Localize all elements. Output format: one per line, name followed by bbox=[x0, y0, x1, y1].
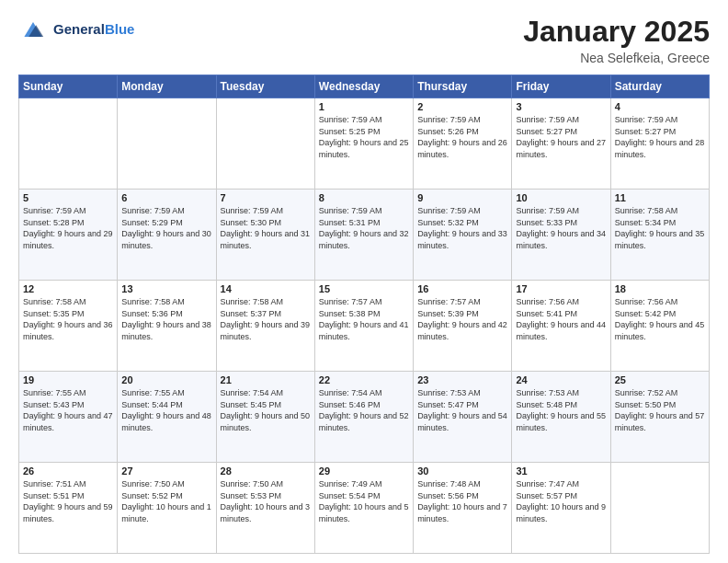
calendar-cell: 26Sunrise: 7:51 AM Sunset: 5:51 PM Dayli… bbox=[19, 463, 118, 554]
col-header-saturday: Saturday bbox=[610, 75, 709, 98]
day-number: 17 bbox=[516, 283, 606, 294]
month-title: January 2025 bbox=[523, 15, 710, 49]
day-detail: Sunrise: 7:59 AM Sunset: 5:25 PM Dayligh… bbox=[319, 114, 409, 160]
calendar-cell bbox=[610, 463, 709, 554]
day-number: 22 bbox=[319, 374, 409, 385]
day-number: 15 bbox=[319, 283, 409, 294]
day-number: 29 bbox=[319, 465, 409, 477]
calendar-cell: 24Sunrise: 7:53 AM Sunset: 5:48 PM Dayli… bbox=[512, 372, 610, 463]
calendar-week-3: 12Sunrise: 7:58 AM Sunset: 5:35 PM Dayli… bbox=[19, 281, 710, 372]
day-number: 19 bbox=[23, 374, 113, 385]
col-header-thursday: Thursday bbox=[414, 75, 512, 98]
calendar-cell bbox=[216, 98, 314, 190]
day-number: 3 bbox=[516, 101, 606, 112]
day-detail: Sunrise: 7:57 AM Sunset: 5:39 PM Dayligh… bbox=[417, 296, 507, 342]
day-number: 26 bbox=[23, 465, 113, 477]
day-detail: Sunrise: 7:59 AM Sunset: 5:28 PM Dayligh… bbox=[23, 205, 113, 251]
logo-blue: Blue bbox=[105, 21, 135, 37]
day-detail: Sunrise: 7:57 AM Sunset: 5:38 PM Dayligh… bbox=[319, 296, 409, 342]
day-number: 30 bbox=[417, 465, 507, 477]
day-number: 18 bbox=[615, 283, 705, 294]
logo: GeneralBlue bbox=[18, 15, 134, 44]
calendar-cell: 19Sunrise: 7:55 AM Sunset: 5:43 PM Dayli… bbox=[19, 372, 118, 463]
page: GeneralBlue January 2025 Nea Selefkeia, … bbox=[0, 0, 728, 563]
day-number: 28 bbox=[221, 465, 311, 477]
day-number: 4 bbox=[615, 101, 705, 112]
day-detail: Sunrise: 7:59 AM Sunset: 5:27 PM Dayligh… bbox=[615, 114, 705, 160]
calendar-cell: 3Sunrise: 7:59 AM Sunset: 5:27 PM Daylig… bbox=[512, 98, 610, 190]
logo-text: GeneralBlue bbox=[53, 21, 134, 37]
day-detail: Sunrise: 7:48 AM Sunset: 5:56 PM Dayligh… bbox=[417, 478, 507, 524]
day-detail: Sunrise: 7:47 AM Sunset: 5:57 PM Dayligh… bbox=[516, 478, 606, 524]
calendar-cell: 2Sunrise: 7:59 AM Sunset: 5:26 PM Daylig… bbox=[414, 98, 512, 190]
day-number: 27 bbox=[121, 465, 211, 477]
calendar-cell: 18Sunrise: 7:56 AM Sunset: 5:42 PM Dayli… bbox=[610, 281, 709, 372]
day-detail: Sunrise: 7:59 AM Sunset: 5:32 PM Dayligh… bbox=[417, 205, 507, 251]
day-detail: Sunrise: 7:59 AM Sunset: 5:33 PM Dayligh… bbox=[516, 205, 606, 251]
day-number: 24 bbox=[516, 374, 606, 385]
title-block: January 2025 Nea Selefkeia, Greece bbox=[523, 15, 710, 65]
day-detail: Sunrise: 7:52 AM Sunset: 5:50 PM Dayligh… bbox=[615, 387, 705, 433]
day-number: 6 bbox=[121, 192, 211, 203]
calendar-cell: 29Sunrise: 7:49 AM Sunset: 5:54 PM Dayli… bbox=[314, 463, 413, 554]
day-number: 5 bbox=[23, 192, 113, 203]
calendar-table: SundayMondayTuesdayWednesdayThursdayFrid… bbox=[18, 75, 710, 554]
day-number: 11 bbox=[615, 192, 705, 203]
calendar-week-1: 1Sunrise: 7:59 AM Sunset: 5:25 PM Daylig… bbox=[19, 98, 710, 190]
day-detail: Sunrise: 7:53 AM Sunset: 5:48 PM Dayligh… bbox=[516, 387, 606, 433]
calendar-cell: 28Sunrise: 7:50 AM Sunset: 5:53 PM Dayli… bbox=[216, 463, 314, 554]
day-detail: Sunrise: 7:50 AM Sunset: 5:52 PM Dayligh… bbox=[121, 478, 211, 524]
day-detail: Sunrise: 7:56 AM Sunset: 5:42 PM Dayligh… bbox=[615, 296, 705, 342]
day-number: 16 bbox=[417, 283, 507, 294]
day-number: 13 bbox=[121, 283, 211, 294]
day-detail: Sunrise: 7:58 AM Sunset: 5:37 PM Dayligh… bbox=[221, 296, 311, 342]
calendar-cell: 27Sunrise: 7:50 AM Sunset: 5:52 PM Dayli… bbox=[118, 463, 216, 554]
day-detail: Sunrise: 7:58 AM Sunset: 5:36 PM Dayligh… bbox=[121, 296, 211, 342]
calendar-cell: 5Sunrise: 7:59 AM Sunset: 5:28 PM Daylig… bbox=[19, 190, 118, 281]
header: GeneralBlue January 2025 Nea Selefkeia, … bbox=[18, 15, 710, 65]
calendar-cell: 11Sunrise: 7:58 AM Sunset: 5:34 PM Dayli… bbox=[610, 190, 709, 281]
day-number: 31 bbox=[516, 465, 606, 477]
day-detail: Sunrise: 7:50 AM Sunset: 5:53 PM Dayligh… bbox=[221, 478, 311, 524]
day-detail: Sunrise: 7:59 AM Sunset: 5:27 PM Dayligh… bbox=[516, 114, 606, 160]
calendar-cell: 10Sunrise: 7:59 AM Sunset: 5:33 PM Dayli… bbox=[512, 190, 610, 281]
calendar-cell: 15Sunrise: 7:57 AM Sunset: 5:38 PM Dayli… bbox=[314, 281, 413, 372]
calendar-cell: 31Sunrise: 7:47 AM Sunset: 5:57 PM Dayli… bbox=[512, 463, 610, 554]
day-number: 1 bbox=[319, 101, 409, 112]
day-detail: Sunrise: 7:54 AM Sunset: 5:45 PM Dayligh… bbox=[221, 387, 311, 433]
calendar-week-4: 19Sunrise: 7:55 AM Sunset: 5:43 PM Dayli… bbox=[19, 372, 710, 463]
day-detail: Sunrise: 7:54 AM Sunset: 5:46 PM Dayligh… bbox=[319, 387, 409, 433]
calendar-cell: 14Sunrise: 7:58 AM Sunset: 5:37 PM Dayli… bbox=[216, 281, 314, 372]
day-detail: Sunrise: 7:56 AM Sunset: 5:41 PM Dayligh… bbox=[516, 296, 606, 342]
col-header-sunday: Sunday bbox=[19, 75, 118, 98]
calendar-cell: 6Sunrise: 7:59 AM Sunset: 5:29 PM Daylig… bbox=[118, 190, 216, 281]
calendar-cell: 30Sunrise: 7:48 AM Sunset: 5:56 PM Dayli… bbox=[414, 463, 512, 554]
day-number: 2 bbox=[417, 101, 507, 112]
location: Nea Selefkeia, Greece bbox=[523, 51, 710, 65]
day-detail: Sunrise: 7:51 AM Sunset: 5:51 PM Dayligh… bbox=[23, 478, 113, 524]
col-header-tuesday: Tuesday bbox=[216, 75, 314, 98]
day-number: 7 bbox=[221, 192, 311, 203]
calendar-cell: 7Sunrise: 7:59 AM Sunset: 5:30 PM Daylig… bbox=[216, 190, 314, 281]
calendar-cell: 25Sunrise: 7:52 AM Sunset: 5:50 PM Dayli… bbox=[610, 372, 709, 463]
day-number: 20 bbox=[121, 374, 211, 385]
calendar-cell: 20Sunrise: 7:55 AM Sunset: 5:44 PM Dayli… bbox=[118, 372, 216, 463]
day-detail: Sunrise: 7:49 AM Sunset: 5:54 PM Dayligh… bbox=[319, 478, 409, 524]
day-number: 10 bbox=[516, 192, 606, 203]
calendar-cell: 17Sunrise: 7:56 AM Sunset: 5:41 PM Dayli… bbox=[512, 281, 610, 372]
day-number: 9 bbox=[417, 192, 507, 203]
day-detail: Sunrise: 7:59 AM Sunset: 5:26 PM Dayligh… bbox=[417, 114, 507, 160]
day-number: 12 bbox=[23, 283, 113, 294]
day-number: 21 bbox=[221, 374, 311, 385]
day-detail: Sunrise: 7:55 AM Sunset: 5:43 PM Dayligh… bbox=[23, 387, 113, 433]
col-header-wednesday: Wednesday bbox=[314, 75, 413, 98]
day-number: 8 bbox=[319, 192, 409, 203]
calendar-cell: 13Sunrise: 7:58 AM Sunset: 5:36 PM Dayli… bbox=[118, 281, 216, 372]
logo-icon bbox=[18, 15, 48, 44]
day-detail: Sunrise: 7:59 AM Sunset: 5:29 PM Dayligh… bbox=[121, 205, 211, 251]
calendar-week-5: 26Sunrise: 7:51 AM Sunset: 5:51 PM Dayli… bbox=[19, 463, 710, 554]
calendar-cell: 1Sunrise: 7:59 AM Sunset: 5:25 PM Daylig… bbox=[314, 98, 413, 190]
calendar-cell: 4Sunrise: 7:59 AM Sunset: 5:27 PM Daylig… bbox=[610, 98, 709, 190]
day-detail: Sunrise: 7:58 AM Sunset: 5:35 PM Dayligh… bbox=[23, 296, 113, 342]
calendar-cell: 23Sunrise: 7:53 AM Sunset: 5:47 PM Dayli… bbox=[414, 372, 512, 463]
